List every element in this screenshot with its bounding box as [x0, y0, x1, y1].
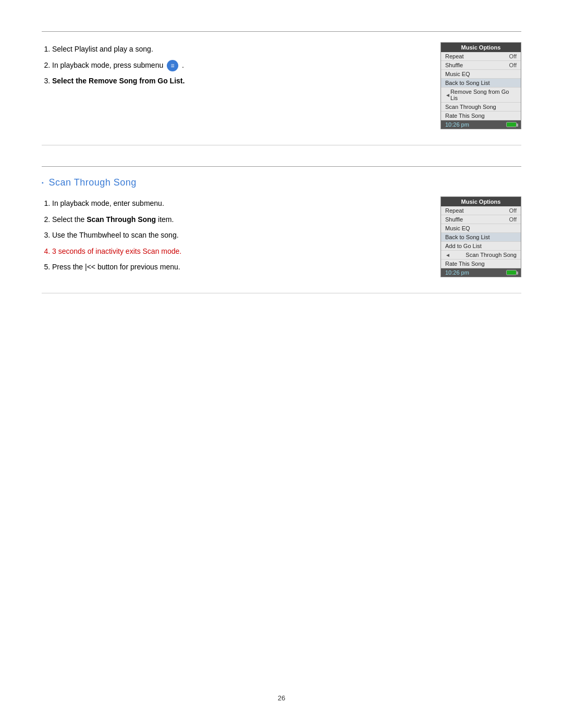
bullet-diamond: ▪ [42, 180, 44, 186]
panel2-scansong-label: Scan Through Song [466, 252, 517, 258]
submenu-icon [167, 60, 178, 71]
scan-step-2: Select the Scan Through Song item. [52, 213, 420, 227]
music-options-panel-1: Music Options Repeat Off Shuffle Off Mus… [440, 42, 521, 129]
remove-step-3: Select the Remove Song from Go List. [52, 74, 420, 88]
music-options-header-2: Music Options [441, 197, 521, 206]
panel2-row-addtogo: Add to Go List [441, 242, 521, 251]
panel2-addtogo-label: Add to Go List [445, 243, 482, 249]
scan-step-2-bold: Scan Through Song [87, 215, 156, 224]
scan-section-title: Scan Through Song [49, 177, 137, 188]
panel1-shuffle-label: Shuffle [445, 62, 463, 68]
music-options-panel-2: Music Options Repeat Off Shuffle Off Mus… [440, 196, 521, 277]
page-number: 26 [0, 694, 563, 702]
scan-heading: ▪ Scan Through Song [42, 177, 521, 188]
panel2-row-backtosong: Back to Song List [441, 233, 521, 242]
panel1-footer: 10:26 pm [441, 120, 521, 129]
scan-step-4-text: 3 seconds of inactivity exits Scan mode. [52, 247, 181, 255]
panel1-scansong-label: Scan Through Song [445, 104, 496, 110]
scan-content: In playback mode, enter submenu. Select … [42, 196, 521, 277]
panel1-footer-time: 10:26 pm [445, 121, 469, 128]
panel2-shuffle-label: Shuffle [445, 216, 463, 223]
panel1-row-ratesong: Rate This Song [441, 112, 521, 120]
panel2-row-musiceq: Music EQ [441, 224, 521, 233]
scan-step-5-text: Press the |<< button for previous menu. [52, 263, 180, 271]
panel1-back-arrow: ◄ [445, 92, 450, 98]
panel1-row-shuffle: Shuffle Off [441, 61, 521, 70]
scan-step-2-plain: Select the [52, 215, 87, 224]
panel1-row-removesong: ◄ Remove Song from Go Lis [441, 88, 521, 103]
remove-instructions: Select Playlist and play a song. In play… [42, 42, 420, 90]
panel2-row-shuffle: Shuffle Off [441, 215, 521, 224]
remove-step-3-bold-text: Remove Song from Go List. [89, 77, 185, 85]
panel2-backtosong-label: Back to Song List [445, 234, 490, 240]
section-scan: ▪ Scan Through Song In playback mode, en… [42, 166, 521, 293]
panel1-row-scansong: Scan Through Song [441, 103, 521, 112]
panel2-repeat-value: Off [509, 207, 517, 214]
panel1-row-musiceq: Music EQ [441, 70, 521, 79]
remove-step-2-text-before: In playback mode, press submenu [52, 61, 163, 69]
panel1-removesong-label: Remove Song from Go Lis [450, 89, 517, 101]
panel1-repeat-value: Off [509, 53, 517, 59]
panel1-row-repeat: Repeat Off [441, 52, 521, 61]
panel1-row-backtosong: Back to Song List [441, 79, 521, 88]
panel2-row-ratesong: Rate This Song [441, 260, 521, 268]
remove-step-1-text: Select Playlist and play a song. [52, 45, 153, 53]
scan-step-2-after: item. [156, 215, 174, 224]
scan-step-3: Use the Thumbwheel to scan the song. [52, 228, 420, 242]
panel1-backtosong-label: Back to Song List [445, 80, 490, 86]
scan-step-3-text: Use the Thumbwheel to scan the song. [52, 231, 179, 239]
panel2-back-arrow: ◄ [445, 252, 450, 258]
page-number-text: 26 [278, 694, 285, 702]
panel1-shuffle-value: Off [509, 62, 517, 68]
panel2-musiceq-label: Music EQ [445, 225, 470, 231]
panel1-ratesong-label: Rate This Song [445, 113, 485, 119]
panel1-battery-icon [506, 122, 517, 127]
page-container: Select Playlist and play a song. In play… [0, 0, 563, 728]
scan-step-5: Press the |<< button for previous menu. [52, 260, 420, 274]
remove-step-3-plain: Select the [52, 77, 89, 85]
music-options-header-1: Music Options [441, 43, 521, 52]
panel1-musiceq-label: Music EQ [445, 71, 470, 77]
panel1-repeat-label: Repeat [445, 53, 463, 59]
panel2-ratesong-label: Rate This Song [445, 261, 485, 267]
scan-step-1-text: In playback mode, enter submenu. [52, 199, 164, 207]
scan-step-1: In playback mode, enter submenu. [52, 196, 420, 211]
panel2-shuffle-value: Off [509, 216, 517, 223]
panel2-row-scansong: ◄ Scan Through Song [441, 251, 521, 260]
scan-instructions: In playback mode, enter submenu. Select … [42, 196, 420, 276]
scan-step-4: 3 seconds of inactivity exits Scan mode. [52, 244, 420, 258]
panel2-battery-icon [506, 270, 517, 275]
panel2-row-repeat: Repeat Off [441, 206, 521, 215]
section-remove: Select Playlist and play a song. In play… [42, 31, 521, 145]
panel2-footer: 10:26 pm [441, 268, 521, 277]
remove-step-1: Select Playlist and play a song. [52, 42, 420, 56]
panel2-repeat-label: Repeat [445, 207, 463, 214]
panel2-footer-time: 10:26 pm [445, 269, 469, 276]
remove-step-2-text-after: . [182, 61, 184, 69]
remove-step-2: In playback mode, press submenu . [52, 58, 420, 72]
remove-step-3-bold: Select the Remove Song from Go List. [52, 77, 185, 85]
